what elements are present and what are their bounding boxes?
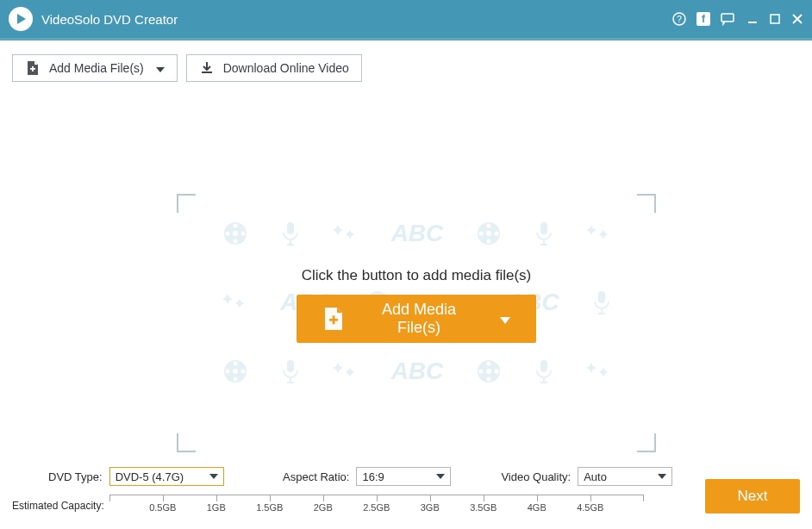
svg-rect-41 (333, 315, 335, 324)
drop-instruction: Click the button to add media file(s) (177, 267, 656, 284)
svg-rect-9 (202, 72, 212, 73)
sparkle-icon (586, 361, 612, 382)
reel-icon (222, 221, 248, 246)
capacity-tick-label: 2.5GB (363, 502, 390, 513)
svg-point-14 (233, 240, 237, 244)
capacity-tick-label: 3.5GB (470, 502, 497, 513)
reel-icon (476, 358, 502, 384)
capacity-bar: 0.5GB1GB1.5GB2GB2.5GB3GB3.5GB4GB4.5GB (109, 495, 644, 517)
reel-icon (476, 221, 502, 246)
download-video-button[interactable]: Download Online Video (186, 54, 362, 82)
svg-point-27 (233, 369, 238, 374)
aspect-ratio-value: 16:9 (362, 470, 384, 483)
titlebar-controls: ? f (672, 12, 803, 26)
facebook-icon[interactable]: f (696, 12, 710, 26)
mic-icon (280, 358, 301, 384)
svg-point-28 (233, 362, 237, 366)
dvd-type-value: DVD-5 (4.7G) (116, 470, 184, 483)
svg-point-20 (494, 232, 498, 236)
svg-point-30 (233, 377, 237, 382)
aspect-ratio-label: Aspect Ratio: (283, 470, 349, 483)
svg-point-37 (486, 377, 490, 382)
chevron-down-icon (156, 61, 165, 75)
capacity-tick-label: 0.5GB (149, 502, 176, 513)
sparkle-icon (222, 292, 248, 313)
capacity-tick-label: 4.5GB (577, 502, 603, 513)
aspect-ratio-select[interactable]: 16:9 (356, 467, 451, 486)
mic-icon (280, 221, 301, 246)
svg-point-35 (486, 362, 490, 366)
toolbar: Add Media File(s) Download Online Video (0, 40, 812, 92)
capacity-tick-label: 1.5GB (256, 502, 283, 513)
capacity-tick (163, 495, 164, 501)
reel-icon (222, 358, 248, 384)
corner-bracket (637, 194, 656, 213)
svg-point-15 (225, 232, 229, 236)
app-logo (9, 7, 33, 31)
mic-icon (534, 358, 554, 384)
svg-text:?: ? (677, 15, 682, 24)
svg-point-13 (240, 232, 245, 236)
svg-point-38 (478, 370, 483, 374)
capacity-tick (377, 495, 378, 501)
capacity-tick (216, 495, 217, 501)
download-icon (199, 60, 215, 76)
capacity-tick-label: 1GB (207, 502, 226, 513)
svg-point-34 (486, 369, 491, 374)
titlebar: VideoSolo DVD Creator ? f (0, 0, 812, 38)
svg-rect-25 (598, 291, 605, 303)
file-add-icon (25, 60, 41, 76)
chevron-down-icon (209, 474, 218, 479)
capacity-tick (430, 495, 431, 501)
next-button[interactable]: Next (705, 479, 800, 513)
dropzone[interactable]: ABC ABC ABC ABC Click the button to add … (177, 194, 656, 452)
svg-rect-39 (540, 360, 547, 372)
capacity-row: Estimated Capacity: 0.5GB1GB1.5GB2GB2.5G… (12, 495, 800, 517)
capacity-tick (270, 495, 271, 501)
svg-point-18 (486, 231, 491, 236)
main-area: ABC ABC ABC ABC Click the button to add … (0, 92, 812, 454)
ghost-text: ABC (391, 358, 444, 385)
bottom-panel: DVD Type: DVD-5 (4.7G) Aspect Ratio: 16:… (0, 460, 812, 529)
add-media-button[interactable]: Add Media File(s) (12, 54, 178, 82)
chevron-down-icon (658, 474, 666, 479)
chevron-down-icon (500, 310, 510, 328)
capacity-tick-label: 2GB (314, 502, 333, 513)
add-media-large-button[interactable]: Add Media File(s) (297, 295, 536, 343)
help-icon[interactable]: ? (672, 12, 686, 26)
svg-rect-6 (771, 15, 779, 23)
video-quality-value: Auto (584, 470, 607, 483)
svg-rect-32 (287, 360, 294, 372)
ghost-text: ABC (391, 220, 444, 247)
sparkle-icon (333, 361, 359, 382)
svg-rect-8 (32, 66, 34, 72)
dvd-type-select[interactable]: DVD-5 (4.7G) (109, 467, 224, 486)
svg-point-36 (494, 370, 498, 374)
feedback-icon[interactable] (721, 12, 736, 26)
video-quality-select[interactable]: Auto (578, 467, 672, 486)
capacity-label: Estimated Capacity: (12, 500, 104, 512)
svg-point-11 (233, 231, 238, 236)
dvd-type-label: DVD Type: (48, 470, 103, 483)
svg-point-21 (486, 240, 490, 244)
minimize-icon[interactable] (746, 13, 759, 25)
corner-bracket (177, 194, 196, 213)
video-quality-label: Video Quality: (501, 470, 571, 483)
download-label: Download Online Video (223, 61, 349, 75)
capacity-tick (323, 495, 324, 501)
svg-point-19 (486, 224, 490, 228)
ghost-row: ABC (206, 358, 628, 385)
mic-icon (591, 289, 612, 315)
maximize-icon[interactable] (769, 13, 781, 25)
svg-point-22 (478, 232, 483, 236)
svg-point-29 (240, 370, 245, 374)
svg-rect-5 (748, 22, 757, 23)
next-label: Next (738, 488, 768, 504)
ghost-row: ABC (206, 220, 628, 247)
close-icon[interactable] (791, 13, 803, 25)
file-add-icon (322, 307, 345, 331)
corner-bracket (637, 433, 656, 452)
add-media-large-label: Add Media File(s) (359, 301, 479, 337)
capacity-tick (590, 495, 591, 501)
capacity-tick (537, 495, 538, 501)
